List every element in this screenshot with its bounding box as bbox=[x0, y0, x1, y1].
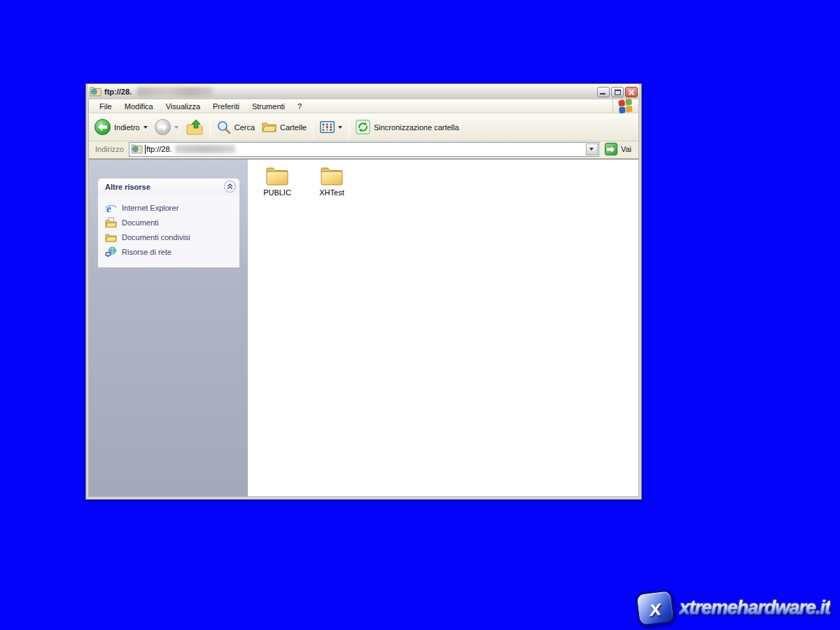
folders-label: Cartelle bbox=[280, 123, 307, 132]
address-label: Indirizzo bbox=[90, 145, 129, 153]
throbber-area bbox=[612, 99, 638, 113]
search-button[interactable]: Cerca bbox=[214, 119, 258, 136]
views-dropdown-icon[interactable] bbox=[338, 126, 342, 129]
menu-modifica[interactable]: Modifica bbox=[118, 101, 160, 112]
go-button[interactable]: Vai bbox=[599, 143, 637, 155]
open-folder-icon bbox=[262, 121, 276, 133]
forward-dropdown-icon[interactable] bbox=[174, 126, 178, 129]
other-places-panel: Altre risorse e bbox=[98, 178, 239, 267]
go-label: Vai bbox=[621, 145, 631, 153]
folder-icon bbox=[265, 165, 290, 187]
panel-header[interactable]: Altre risorse bbox=[98, 178, 239, 195]
maximize-button[interactable] bbox=[611, 87, 624, 97]
sidebar-item-risorse-di-rete[interactable]: Risorse di rete bbox=[104, 246, 237, 258]
back-dropdown-icon[interactable] bbox=[144, 126, 148, 129]
sidebar-item-label: Risorse di rete bbox=[122, 248, 172, 256]
address-bar: Indirizzo ftp://28. Vai bbox=[89, 141, 638, 159]
explorer-window: ftp://28. File Modifica Visualizza Prefe… bbox=[85, 83, 642, 500]
file-list-area[interactable]: PUBLIC XHTest bbox=[248, 160, 638, 496]
redacted-title-text bbox=[137, 88, 213, 97]
internet-explorer-icon: e bbox=[105, 202, 117, 214]
watermark: x xtremehardware.it bbox=[637, 592, 830, 624]
documents-folder-icon bbox=[105, 217, 117, 228]
menu-strumenti[interactable]: Strumenti bbox=[246, 101, 291, 112]
address-value: ftp://28. bbox=[146, 145, 172, 153]
panel-title: Altre risorse bbox=[105, 183, 150, 191]
toolbar: Indietro bbox=[89, 113, 638, 141]
sidebar-item-label: Documenti bbox=[122, 218, 159, 227]
address-dropdown-button[interactable] bbox=[586, 144, 598, 155]
ftp-folder-icon bbox=[90, 86, 102, 97]
folders-button[interactable]: Cartelle bbox=[259, 120, 309, 134]
toolbar-separator bbox=[210, 115, 211, 139]
go-arrow-icon bbox=[605, 143, 617, 155]
folder-icon bbox=[319, 165, 344, 187]
menu-file[interactable]: File bbox=[93, 101, 118, 112]
back-button[interactable]: Indietro bbox=[92, 118, 150, 136]
ftp-folder-icon bbox=[131, 144, 143, 155]
forward-button[interactable] bbox=[152, 118, 181, 136]
folder-item-xhtest[interactable]: XHTest bbox=[311, 165, 353, 197]
menu-help[interactable]: ? bbox=[291, 101, 308, 112]
windows-logo-icon bbox=[618, 99, 633, 114]
up-folder-icon bbox=[186, 119, 204, 136]
folder-item-public[interactable]: PUBLIC bbox=[256, 165, 298, 197]
folder-name: PUBLIC bbox=[263, 188, 291, 197]
folder-name: XHTest bbox=[319, 188, 344, 197]
views-button[interactable] bbox=[317, 120, 345, 134]
menu-preferiti[interactable]: Preferiti bbox=[206, 101, 246, 112]
search-label: Cerca bbox=[234, 123, 255, 132]
title-bar[interactable]: ftp://28. bbox=[88, 84, 639, 99]
back-arrow-icon bbox=[94, 119, 111, 135]
toolbar-separator bbox=[313, 115, 314, 139]
menu-visualizza[interactable]: Visualizza bbox=[160, 101, 206, 112]
watermark-badge-icon: x bbox=[636, 589, 676, 626]
shared-documents-folder-icon bbox=[105, 232, 117, 243]
sidebar-item-label: Internet Explorer bbox=[122, 204, 178, 212]
minimize-button[interactable] bbox=[597, 87, 610, 97]
panel-body: e Internet Explorer bbox=[98, 195, 239, 267]
sidebar: Altre risorse e bbox=[89, 160, 248, 496]
forward-arrow-icon bbox=[155, 119, 171, 135]
network-places-icon bbox=[105, 246, 117, 258]
back-label: Indietro bbox=[114, 123, 140, 132]
sidebar-item-documenti[interactable]: Documenti bbox=[104, 216, 237, 229]
toolbar-separator bbox=[349, 115, 349, 139]
sidebar-item-internet-explorer[interactable]: e Internet Explorer bbox=[104, 202, 237, 214]
up-button[interactable] bbox=[183, 118, 206, 137]
menu-bar: File Modifica Visualizza Preferiti Strum… bbox=[89, 99, 638, 113]
svg-text:e: e bbox=[106, 203, 111, 214]
sync-button[interactable]: Sincronizzazione cartella bbox=[353, 118, 462, 136]
redacted-address-text bbox=[175, 145, 235, 153]
window-title: ftp://28. bbox=[104, 88, 132, 96]
sync-label: Sincronizzazione cartella bbox=[374, 123, 459, 132]
window-controls bbox=[597, 87, 638, 97]
sidebar-item-label: Documenti condivisi bbox=[122, 233, 190, 241]
watermark-text: xtremehardware.it bbox=[679, 597, 830, 619]
sidebar-item-documenti-condivisi[interactable]: Documenti condivisi bbox=[104, 231, 237, 244]
text-caret bbox=[145, 145, 146, 154]
magnifier-icon bbox=[217, 120, 231, 134]
address-input[interactable]: ftp://28. bbox=[129, 142, 599, 157]
views-grid-icon bbox=[320, 121, 335, 133]
chevron-up-icon[interactable] bbox=[224, 181, 236, 192]
sync-icon bbox=[356, 120, 370, 134]
close-button[interactable] bbox=[625, 87, 638, 97]
